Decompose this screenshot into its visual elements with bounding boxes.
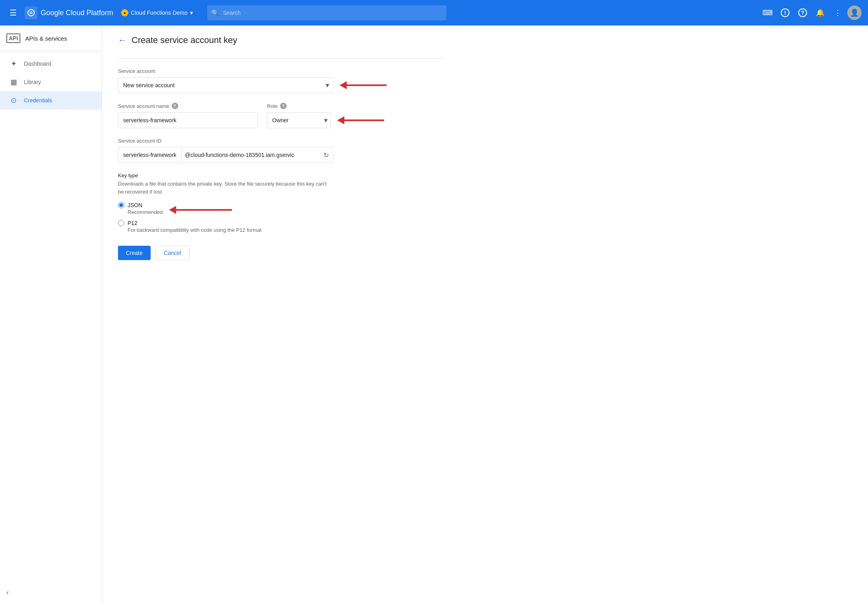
json-radio-option: JSON Recommended [118, 202, 163, 215]
name-role-row: Service account name ? Role ? [118, 103, 445, 128]
help-button[interactable]: ? [795, 5, 811, 21]
key-type-label: Key type [118, 172, 445, 178]
sidebar-item-credentials[interactable]: ⊙ Credentials [0, 91, 102, 110]
page-header: ← Create service account key [118, 35, 445, 45]
sidebar-item-credentials-label: Credentials [24, 97, 52, 104]
name-help-icon[interactable]: ? [172, 103, 178, 109]
hamburger-menu[interactable]: ☰ [6, 5, 20, 21]
search-input[interactable] [207, 5, 446, 20]
service-account-arrow-annotation [340, 81, 387, 89]
name-role-section: Service account name ? Role ? [118, 103, 445, 128]
header-divider [118, 58, 445, 59]
notifications-button[interactable]: 🔔 [812, 5, 828, 21]
json-arrow-head-icon [169, 206, 176, 214]
app-logo: Google Cloud Platform [25, 6, 113, 19]
sidebar: API APIs & services ✦ Dashboard ▦ Librar… [0, 25, 102, 603]
help-icon: ? [798, 8, 807, 17]
credentials-icon: ⊙ [10, 96, 18, 105]
search-container: 🔍 [207, 5, 446, 20]
json-radio-row: JSON [118, 202, 163, 208]
nav-icons: ⌨ ! ? 🔔 ⋮ 👤 [760, 5, 862, 21]
hamburger-icon: ☰ [10, 8, 17, 17]
json-radio-label: JSON [128, 202, 142, 208]
json-sublabel: Recommended [128, 209, 163, 215]
avatar-icon: 👤 [850, 8, 859, 17]
alerts-button[interactable]: ! [777, 5, 793, 21]
notifications-icon: 🔔 [816, 8, 825, 17]
project-icon: ● [121, 9, 128, 16]
p12-radio-label: P12 [128, 220, 137, 226]
more-menu-button[interactable]: ⋮ [830, 5, 846, 21]
service-account-name-input[interactable] [118, 112, 257, 128]
sidebar-collapse-button[interactable]: ‹ [0, 582, 102, 603]
more-icon: ⋮ [834, 8, 841, 17]
sidebar-title: APIs & services [25, 35, 67, 42]
service-account-name-label: Service account name ? [118, 103, 257, 109]
arrow-line [347, 84, 387, 86]
p12-radio-row: P12 [118, 220, 445, 226]
role-help-icon[interactable]: ? [280, 103, 287, 109]
json-arrow-line [176, 209, 232, 211]
role-arrow-head-icon [337, 116, 344, 124]
name-col: Service account name ? [118, 103, 257, 128]
alerts-icon: ! [781, 8, 789, 17]
cloud-shell-icon: ⌨ [762, 8, 773, 17]
back-icon: ← [118, 35, 127, 45]
project-chevron: ▾ [190, 10, 193, 16]
form-actions: Create Cancel [118, 246, 445, 260]
cloud-shell-button[interactable]: ⌨ [760, 5, 776, 21]
svg-point-2 [29, 11, 33, 14]
collapse-icon: ‹ [6, 588, 9, 597]
service-account-select[interactable]: New service account [118, 77, 333, 93]
create-button[interactable]: Create [118, 246, 151, 260]
service-account-id-row: serverless-framework @cloud-functions-de… [118, 147, 333, 163]
json-option-row: JSON Recommended [118, 202, 445, 220]
main-content: ← Create service account key Service acc… [102, 25, 868, 603]
service-account-id-suffix: @cloud-functions-demo-183501.iam.gservic [182, 152, 320, 158]
service-account-row: New service account ▾ [118, 77, 445, 93]
sidebar-item-dashboard-label: Dashboard [24, 61, 51, 67]
top-nav: ☰ Google Cloud Platform ● Cloud Function… [0, 0, 868, 25]
sidebar-header: API APIs & services [0, 25, 102, 51]
p12-radio-button[interactable] [118, 220, 124, 226]
user-avatar[interactable]: 👤 [847, 6, 862, 20]
p12-radio-option: P12 For backward compatibility with code… [118, 220, 445, 233]
sidebar-nav: ✦ Dashboard ▦ Library ⊙ Credentials [0, 51, 102, 113]
api-badge: API [6, 33, 20, 43]
service-account-id-prefix: serverless-framework [118, 147, 182, 162]
refresh-icon[interactable]: ↻ [320, 151, 333, 159]
dashboard-icon: ✦ [10, 59, 18, 68]
sidebar-item-library-label: Library [24, 79, 41, 85]
gcp-logo-icon [25, 6, 37, 19]
logo-text: Google Cloud Platform [41, 9, 113, 17]
service-account-label: Service account [118, 68, 445, 74]
arrow-head-icon [340, 81, 347, 89]
role-arrow-annotation [337, 116, 384, 124]
library-icon: ▦ [10, 78, 18, 86]
cancel-button[interactable]: Cancel [155, 246, 190, 260]
page-title: Create service account key [132, 35, 237, 45]
role-select[interactable]: Owner Editor Viewer [267, 112, 331, 128]
role-col: Role ? Owner Editor Viewer ▾ [267, 103, 384, 128]
back-button[interactable]: ← [118, 35, 127, 45]
service-account-id-section: Service account ID serverless-framework … [118, 138, 445, 163]
project-selector[interactable]: ● Cloud Functions Demo ▾ [118, 8, 196, 18]
json-radio-button[interactable] [118, 202, 124, 208]
role-arrow-line [344, 119, 384, 121]
app-layout: API APIs & services ✦ Dashboard ▦ Librar… [0, 25, 868, 603]
search-icon: 🔍 [211, 9, 219, 17]
role-label: Role ? [267, 103, 384, 109]
json-arrow-annotation [169, 206, 232, 214]
service-account-select-wrapper: New service account ▾ [118, 77, 333, 93]
sidebar-item-library[interactable]: ▦ Library [0, 73, 102, 91]
sidebar-item-dashboard[interactable]: ✦ Dashboard [0, 55, 102, 73]
p12-sublabel: For backward compatibility with code usi… [128, 227, 445, 233]
key-type-section: Key type Downloads a file that contains … [118, 172, 445, 233]
service-account-id-label: Service account ID [118, 138, 445, 144]
project-name: Cloud Functions Demo [131, 10, 187, 16]
role-select-wrapper: Owner Editor Viewer ▾ [267, 112, 331, 128]
key-type-description: Downloads a file that contains the priva… [118, 180, 333, 196]
service-account-section: Service account New service account ▾ [118, 68, 445, 93]
